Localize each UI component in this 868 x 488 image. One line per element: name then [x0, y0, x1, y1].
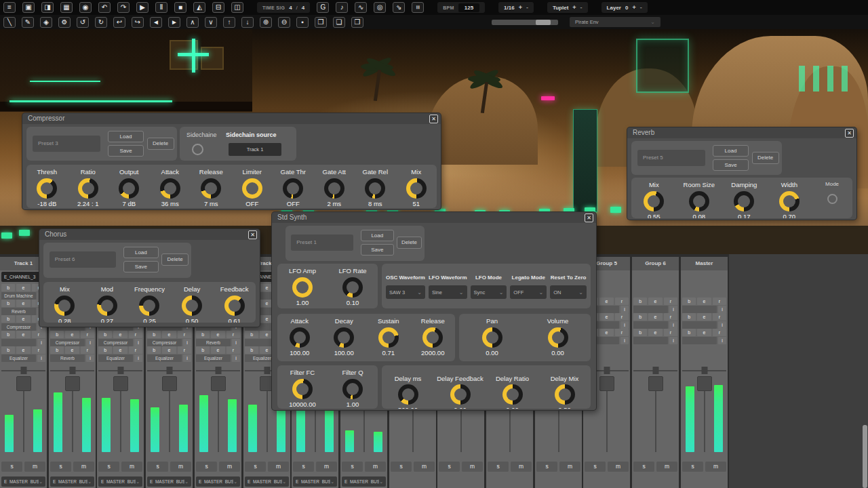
output-bus-dropdown[interactable]: E_MASTER_BUS⌄: [50, 476, 94, 487]
pan-handle[interactable]: [215, 367, 221, 374]
plugin-bypass-button[interactable]: b: [98, 346, 112, 354]
sidechain-toggle[interactable]: [192, 144, 203, 155]
preset-name-field[interactable]: Preset 1: [291, 235, 353, 251]
nav-down-button[interactable]: ∨: [205, 17, 217, 28]
plugin-edit-button[interactable]: e: [648, 329, 662, 336]
pause-button[interactable]: Ⅱ: [155, 2, 167, 13]
plugin-bypass-button[interactable]: b: [682, 298, 696, 305]
move-up-button[interactable]: ↑: [223, 17, 235, 28]
solo-button[interactable]: s: [1, 462, 22, 472]
knob-dial[interactable]: [398, 384, 418, 405]
window-titlebar[interactable]: Chorus ✕: [39, 229, 260, 240]
record-button[interactable]: ◉: [79, 2, 92, 13]
solo-button[interactable]: s: [488, 462, 509, 472]
pan-slider[interactable]: [50, 367, 94, 374]
load-button[interactable]: Load: [713, 145, 749, 157]
knob-dial[interactable]: [119, 178, 139, 199]
groove-button[interactable]: G: [317, 2, 329, 13]
mute-button[interactable]: m: [24, 462, 45, 472]
pan-slider[interactable]: [1, 367, 45, 374]
knob-dial[interactable]: [160, 178, 180, 199]
plugin-remove-button[interactable]: r: [615, 298, 629, 305]
division-control[interactable]: 1/16+-: [498, 2, 534, 13]
pan-handle[interactable]: [69, 367, 75, 374]
knob-dial[interactable]: [290, 327, 310, 348]
plugin-edit-button[interactable]: e: [16, 284, 30, 291]
close-icon[interactable]: ✕: [248, 230, 257, 239]
plugin-edit-button[interactable]: e: [16, 346, 30, 354]
plugin-edit-button[interactable]: e: [211, 331, 224, 338]
pan-slider[interactable]: [196, 367, 240, 374]
plugin-remove-button[interactable]: r: [32, 331, 45, 338]
plugin-remove-button[interactable]: r: [713, 298, 726, 305]
delete-button[interactable]: Delete: [397, 237, 422, 249]
fader-handle[interactable]: [113, 376, 128, 391]
knob-dial[interactable]: [334, 327, 354, 348]
pan-slider[interactable]: [98, 367, 142, 374]
loop-forward-button[interactable]: ↪: [132, 17, 144, 28]
save-button[interactable]: Save: [108, 145, 144, 157]
solo-button[interactable]: s: [196, 462, 217, 472]
plugin-bypass-button[interactable]: b: [147, 346, 161, 354]
plugin-remove-button[interactable]: r: [713, 313, 726, 321]
time-sig-control[interactable]: TIME SIG4/4: [257, 2, 310, 13]
pan-handle[interactable]: [166, 367, 172, 374]
pan-slider[interactable]: [147, 367, 191, 374]
tuplet-control[interactable]: Tuplet+-: [547, 2, 588, 13]
note-edit-button[interactable]: ◨: [41, 2, 54, 13]
preset-name-field[interactable]: Preset 5: [637, 150, 705, 166]
plugin-remove-button[interactable]: r: [615, 329, 629, 336]
zoom-out-button[interactable]: ⊖: [278, 17, 290, 28]
plugin-bypass-button[interactable]: b: [245, 331, 258, 338]
knob-dial[interactable]: [283, 178, 303, 199]
fader-handle[interactable]: [648, 376, 663, 391]
solo-button[interactable]: s: [391, 462, 412, 472]
plugin-remove-button[interactable]: r: [129, 331, 142, 338]
knob-dial[interactable]: [54, 296, 75, 316]
plugin-remove-button[interactable]: r: [129, 346, 142, 354]
plugin-info-button[interactable]: i: [37, 354, 45, 362]
plugin-bypass-button[interactable]: b: [633, 313, 647, 321]
plugin-bypass-button[interactable]: b: [147, 331, 161, 338]
plugin-bypass-button[interactable]: b: [682, 329, 696, 336]
knob-dial[interactable]: [224, 296, 245, 316]
knob-dial[interactable]: [365, 178, 385, 199]
delete-button[interactable]: Delete: [147, 138, 174, 150]
paste-button[interactable]: ❏: [333, 17, 345, 28]
dropdown-select[interactable]: ON⌄: [550, 285, 587, 299]
knob-dial[interactable]: [342, 277, 363, 298]
plugin-bypass-button[interactable]: b: [1, 315, 15, 323]
output-bus-dropdown[interactable]: E_MASTER_BUS⌄: [245, 476, 289, 487]
menu-button[interactable]: ≡: [3, 2, 16, 13]
pan-handle[interactable]: [652, 367, 658, 374]
save-button[interactable]: Save: [361, 244, 394, 256]
plugin-edit-button[interactable]: e: [599, 329, 613, 336]
plugin-bypass-button[interactable]: b: [98, 331, 112, 338]
plugin-edit-button[interactable]: e: [697, 329, 711, 336]
pan-handle[interactable]: [117, 367, 123, 374]
mute-button[interactable]: m: [365, 462, 386, 472]
plugin-remove-button[interactable]: r: [713, 329, 726, 336]
pencil-button[interactable]: ✎: [22, 17, 34, 28]
mute-button[interactable]: m: [656, 462, 677, 472]
bpm-control[interactable]: BPM125: [437, 2, 485, 13]
play-button[interactable]: ▶: [136, 2, 149, 13]
solo-button[interactable]: s: [682, 462, 703, 472]
plugin-info-button[interactable]: i: [669, 306, 677, 313]
plugin-info-button[interactable]: i: [183, 339, 191, 346]
plugin-remove-button[interactable]: r: [664, 313, 677, 321]
automation-button[interactable]: ⇘: [393, 2, 405, 13]
layer-control[interactable]: Layer0+-: [601, 2, 648, 13]
plugin-bypass-button[interactable]: b: [682, 313, 696, 321]
plugin-edit-button[interactable]: e: [65, 331, 79, 338]
fader-handle[interactable]: [162, 376, 177, 391]
fader-handle[interactable]: [16, 376, 31, 391]
plugin-edit-button[interactable]: e: [697, 298, 711, 305]
plugin-remove-button[interactable]: r: [178, 346, 191, 354]
fader-handle[interactable]: [211, 376, 226, 391]
knob-dial[interactable]: [139, 296, 159, 316]
dropdown-select[interactable]: SAW 3⌄: [386, 285, 425, 299]
undo-button[interactable]: ↶: [98, 2, 111, 13]
fader-handle[interactable]: [697, 376, 712, 391]
solo-button[interactable]: s: [342, 462, 363, 472]
